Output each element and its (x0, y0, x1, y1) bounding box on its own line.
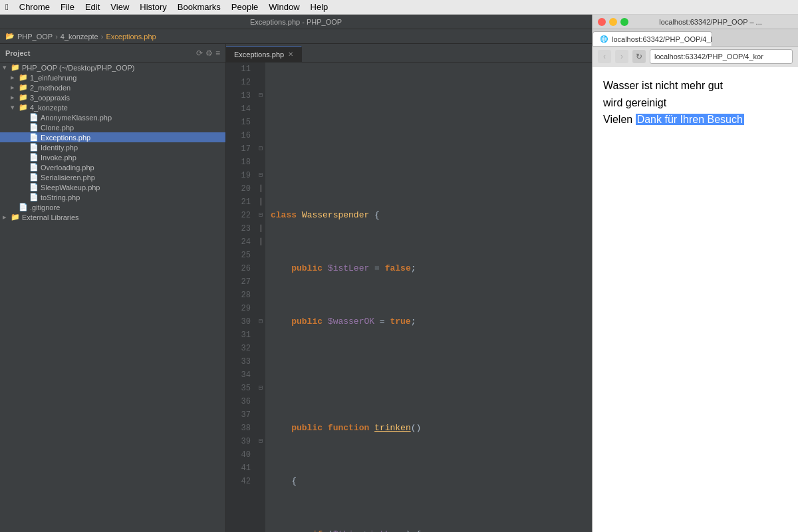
sidebar-label-identity: Identity.php (41, 144, 78, 152)
fold-gutter: ⊟ ⊟ ⊟ │ │ ⊟ │ │ ⊟ ⊟ (256, 63, 265, 532)
breadcrumb-file[interactable]: Exceptions.php (106, 33, 156, 41)
menu-bookmarks[interactable]: Bookmarks (178, 2, 221, 12)
browser-window-title: localhost:63342/PHP_OOP – ... (628, 18, 793, 26)
close-button[interactable] (598, 18, 606, 26)
browser-toolbar: ‹ › ↻ localhost:63342/PHP_OOP/4_kor (593, 47, 798, 66)
sidebar-file-exceptions[interactable]: 📄 Exceptions.php (0, 132, 225, 142)
browser-title-bar: localhost:63342/PHP_OOP – ... (593, 15, 798, 29)
tab-exceptions[interactable]: Exceptions.php ✕ (226, 46, 302, 62)
php-icon-clone: 📄 (29, 123, 39, 132)
code-line-17: public function trinken () (271, 422, 587, 435)
sort-icon[interactable]: ≡ (215, 49, 220, 58)
sidebar-label-anonymous: AnonymeKlassen.php (41, 114, 112, 122)
keyword-public-2: public (291, 315, 323, 329)
code-line-15: public $wasserOK = true ; (271, 315, 587, 329)
menu-chrome[interactable]: Chrome (19, 2, 50, 12)
menu-view[interactable]: View (110, 2, 129, 12)
sidebar-item-1[interactable]: ▸ 📁 1_einfuehrung (0, 72, 225, 82)
line-numbers: 1112131415 1617181920 2122232425 2627282… (226, 63, 256, 532)
var-this-1: $this (333, 528, 359, 532)
php-icon-invoke: 📄 (29, 153, 39, 162)
browser-container: localhost:63342/PHP_OOP – ... 🌐 localhos… (592, 15, 798, 532)
traffic-lights (598, 18, 628, 26)
breadcrumb-root[interactable]: 📂 (5, 32, 15, 41)
keyword-public-3: public (291, 422, 323, 435)
menu-help[interactable]: Help (311, 2, 329, 12)
cog-icon[interactable]: ⚙ (205, 49, 213, 58)
sidebar-label-exceptions: Exceptions.php (41, 134, 90, 142)
sidebar-label-4: 4_konzepte (30, 104, 68, 112)
browser-line-2: wird gereinigt (603, 94, 787, 112)
browser-line-3: Vielen Dank für Ihren Besuch (603, 111, 787, 128)
sidebar-header: Project ⟳ ⚙ ≡ (0, 44, 225, 63)
sidebar-label-2: 2_methoden (30, 84, 70, 92)
forward-button[interactable]: › (615, 50, 628, 63)
folder-icon-4: 📁 (19, 103, 28, 112)
highlighted-text: Dank für Ihren Besuch (636, 114, 744, 125)
sidebar-label-serialisieren: Serialisieren.php (41, 174, 95, 182)
ide-body: Project ⟳ ⚙ ≡ ▾ 📁 PHP_OOP (~/Desktop/PHP… (0, 44, 592, 532)
menu-window[interactable]: Window (269, 2, 299, 12)
browser-active-tab[interactable]: 🌐 localhost:63342/PHP_OOP/4_kon ✕ (593, 31, 712, 46)
sidebar-file-identity[interactable]: 📄 Identity.php (0, 142, 225, 152)
sync-icon[interactable]: ⟳ (196, 49, 203, 58)
browser-tab-bar: 🌐 localhost:63342/PHP_OOP/4_kon ✕ (593, 29, 798, 47)
address-text: localhost:63342/PHP_OOP/4_kor (654, 53, 763, 61)
sidebar-file-anonymous[interactable]: 📄 AnonymeKlassen.php (0, 112, 225, 122)
func-trinken: trinken (374, 422, 411, 435)
breadcrumb-4-konzepte[interactable]: 4_konzepte (61, 33, 98, 41)
maximize-button[interactable] (620, 18, 628, 26)
sidebar-label-sleepwakeup: SleepWakeup.php (41, 184, 100, 192)
sidebar-item-4[interactable]: ▾ 📁 4_konzepte (0, 102, 225, 112)
code-content[interactable]: class Wasserspender { public $istLeer (265, 63, 592, 532)
menu-bar:  Chrome File Edit View History Bookmark… (0, 0, 798, 15)
var-istleer: $istLeer (328, 262, 369, 275)
tab-close-icon[interactable]: ✕ (288, 51, 293, 58)
sidebar-file-gitignore[interactable]: 📄 .gitignore (0, 202, 225, 212)
menu-edit[interactable]: Edit (85, 2, 100, 12)
sidebar-file-invoke[interactable]: 📄 Invoke.php (0, 152, 225, 162)
sidebar-label-1: 1_einfuehrung (30, 74, 76, 82)
root-arrow: ▾ (3, 63, 11, 72)
code-line-18: { (271, 475, 587, 488)
browser-tab-label: localhost:63342/PHP_OOP/4_kon (612, 35, 712, 43)
code-editor[interactable]: 1112131415 1617181920 2122232425 2627282… (226, 63, 592, 532)
folder-icon-2: 📁 (19, 83, 28, 92)
menu-people[interactable]: People (231, 2, 258, 12)
apple-menu[interactable]:  (5, 2, 9, 12)
php-icon-exceptions: 📄 (29, 133, 39, 142)
favicon-icon: 🌐 (600, 35, 608, 43)
php-icon-overloading: 📄 (29, 163, 39, 172)
sidebar-item-external[interactable]: ▸ 📁 External Libraries (0, 212, 225, 222)
reload-button[interactable]: ↻ (632, 50, 646, 63)
root-label: PHP_OOP (~/Desktop/PHP_OOP) (22, 64, 134, 72)
sidebar-file-clone[interactable]: 📄 Clone.php (0, 122, 225, 132)
tree-root[interactable]: ▾ 📁 PHP_OOP (~/Desktop/PHP_OOP) (0, 63, 225, 72)
code-line-11 (271, 102, 587, 116)
back-button[interactable]: ‹ (598, 50, 611, 63)
sidebar-file-overloading[interactable]: 📄 Overloading.php (0, 162, 225, 172)
sidebar-file-tostring[interactable]: 📄 toString.php (0, 192, 225, 202)
php-icon-anonymous: 📄 (29, 113, 39, 122)
sidebar-title: Project (5, 49, 30, 57)
sidebar-label-clone: Clone.php (41, 124, 74, 132)
folder-icon-external: 📁 (11, 213, 20, 221)
sidebar-item-2[interactable]: ▸ 📁 2_methoden (0, 82, 225, 92)
sidebar-label-3: 3_ooppraxis (30, 94, 70, 102)
sidebar-label-gitignore: .gitignore (30, 203, 60, 211)
sidebar-file-serialisieren[interactable]: 📄 Serialisieren.php (0, 172, 225, 182)
keyword-class: class (271, 209, 297, 222)
breadcrumb-php-oop[interactable]: PHP_OOP (17, 33, 53, 41)
editor-tabs: Exceptions.php ✕ (226, 44, 592, 63)
tab-label: Exceptions.php (234, 51, 284, 59)
vielen-text: Vielen (603, 114, 636, 125)
sidebar-file-sleepwakeup[interactable]: 📄 SleepWakeup.php (0, 182, 225, 192)
minimize-button[interactable] (609, 18, 617, 26)
menu-history[interactable]: History (140, 2, 166, 12)
sidebar-item-3[interactable]: ▸ 📁 3_ooppraxis (0, 92, 225, 102)
root-folder-icon: 📁 (11, 63, 20, 72)
browser-content: Wasser ist nicht mehr gut wird gereinigt… (593, 66, 798, 532)
keyword-if-1: if (312, 528, 323, 532)
address-bar[interactable]: localhost:63342/PHP_OOP/4_kor (650, 49, 793, 64)
menu-file[interactable]: File (61, 2, 74, 12)
